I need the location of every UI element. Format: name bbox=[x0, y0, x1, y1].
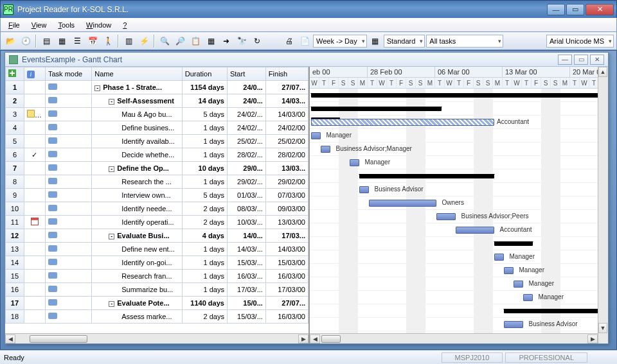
gantt-task-bar[interactable] bbox=[504, 267, 514, 274]
table-row[interactable]: 5Identify availab...1 days25/02/...25/02… bbox=[6, 135, 308, 148]
table-row[interactable]: 12-Evaluate Busi...4 days14/0...17/03... bbox=[6, 229, 308, 243]
gantt-task-bar[interactable] bbox=[321, 146, 330, 153]
table-row[interactable]: 10Identify neede...2 days08/03/...09/03/… bbox=[6, 202, 308, 216]
child-minimize-button[interactable]: — bbox=[558, 55, 572, 65]
table-row[interactable]: 6✓Decide whethe...1 days28/02/...28/02/0… bbox=[6, 148, 308, 162]
gantt-task-bar[interactable] bbox=[311, 119, 494, 126]
gantt-task-bar[interactable] bbox=[523, 294, 533, 301]
table-row[interactable]: 17-Evaluate Pote...1140 days15/0...27/07… bbox=[6, 297, 308, 310]
expand-toggle[interactable]: - bbox=[109, 99, 114, 105]
find-icon[interactable]: 🔭 bbox=[235, 34, 249, 48]
print-icon[interactable]: 🖨 bbox=[282, 34, 296, 48]
expand-toggle[interactable]: - bbox=[109, 166, 114, 172]
menu-help[interactable]: ? bbox=[118, 20, 132, 30]
table-row[interactable]: 9Interview own...5 days01/03/...07/03/00 bbox=[6, 189, 308, 202]
view3-icon[interactable]: ☰ bbox=[70, 34, 84, 48]
refresh-icon[interactable]: ↻ bbox=[250, 34, 264, 48]
menu-tools[interactable]: Tools bbox=[53, 20, 80, 30]
table-row[interactable]: 1-Phase 1 - Strate...1154 days24/0...27/… bbox=[6, 81, 308, 94]
resource-icon[interactable]: 🚶 bbox=[101, 34, 115, 48]
close-button[interactable]: ✕ bbox=[586, 4, 614, 15]
view1-icon[interactable]: ▤ bbox=[39, 34, 53, 48]
gscroll-down-icon[interactable]: ▼ bbox=[598, 323, 607, 333]
gantt-task-bar[interactable] bbox=[436, 213, 456, 220]
gantt-summary-bar[interactable] bbox=[311, 93, 608, 98]
add-row-header[interactable] bbox=[6, 67, 24, 81]
task-table[interactable]: i Task mode Name Duration Start Finish 1… bbox=[5, 67, 308, 324]
open-icon[interactable]: 📂 bbox=[3, 34, 17, 48]
gantt-timescale[interactable]: eb 0028 Feb 0006 Mar 0013 Mar 0020 Mar 0… bbox=[310, 67, 608, 89]
gantt-summary-bar[interactable] bbox=[359, 174, 494, 178]
filter-icon[interactable]: ▦ bbox=[368, 34, 382, 48]
table-row[interactable]: 2-Self-Assessment14 days24/0...14/03... bbox=[6, 94, 308, 108]
gantt-summary-bar[interactable] bbox=[311, 107, 442, 111]
table-row[interactable]: 13Define new ent...1 days14/03/...14/03/… bbox=[6, 243, 308, 256]
menu-view[interactable]: View bbox=[26, 20, 52, 30]
zoom-out-icon[interactable]: 🔎 bbox=[173, 34, 187, 48]
copy-icon[interactable]: 📋 bbox=[188, 34, 202, 48]
menu-file[interactable]: File bbox=[3, 20, 25, 30]
gantt-task-bar[interactable] bbox=[494, 254, 504, 261]
gantt-task-bar[interactable] bbox=[504, 321, 523, 328]
font-dropdown[interactable]: Arial Unicode MS bbox=[546, 35, 614, 48]
table-row[interactable]: 8Research the ...1 days29/02/...29/02/00 bbox=[6, 175, 308, 189]
goto-icon[interactable]: ➜ bbox=[219, 34, 233, 48]
child-maximize-button[interactable]: ▭ bbox=[574, 55, 588, 65]
calendar-icon[interactable]: 📅 bbox=[85, 34, 100, 48]
table-row[interactable]: 7-Define the Op...10 days29/0...13/03... bbox=[6, 162, 308, 175]
grid-icon[interactable]: ▦ bbox=[204, 34, 218, 48]
gantt-bar-label: Manager bbox=[519, 266, 544, 273]
col-start[interactable]: Start bbox=[227, 67, 265, 81]
gantt-task-bar[interactable] bbox=[311, 132, 321, 139]
minimize-button[interactable]: — bbox=[547, 4, 565, 15]
task-hscrollbar[interactable]: ◀ ▶ bbox=[5, 333, 308, 343]
task-mode-icon bbox=[48, 313, 57, 319]
scroll-left-icon[interactable]: ◀ bbox=[5, 334, 15, 343]
child-close-button[interactable]: ✕ bbox=[590, 55, 604, 65]
info-header[interactable]: i bbox=[24, 67, 45, 81]
tasks-filter-dropdown[interactable]: All tasks bbox=[426, 35, 503, 48]
table-row[interactable]: 18Assess marke...2 days15/03/...16/03/00 bbox=[6, 310, 308, 324]
columns-icon[interactable]: ▥ bbox=[121, 34, 136, 48]
maximize-button[interactable]: ▭ bbox=[566, 4, 584, 15]
gantt-bar-label: Accountant bbox=[500, 226, 532, 233]
menu-window[interactable]: Window bbox=[81, 20, 116, 30]
view2-icon[interactable]: ▦ bbox=[55, 34, 69, 48]
table-row[interactable]: 4Define busines...1 days24/02/...24/02/0… bbox=[6, 121, 308, 135]
table-row[interactable]: 11Identify operati...2 days10/03/...13/0… bbox=[6, 216, 308, 229]
scroll-right-icon[interactable]: ▶ bbox=[298, 334, 308, 343]
table-row[interactable]: 16Summarize bu...1 days17/03/...17/03/00 bbox=[6, 283, 308, 297]
gantt-summary-bar[interactable] bbox=[504, 309, 608, 313]
task-name: Research fran... bbox=[121, 272, 172, 280]
timescale-dropdown[interactable]: Week -> Day bbox=[313, 35, 367, 48]
gantt-summary-bar[interactable] bbox=[494, 241, 533, 246]
gscroll-right-icon[interactable]: ▶ bbox=[587, 334, 598, 343]
bolt-icon[interactable]: ⚡ bbox=[137, 34, 151, 48]
expand-toggle[interactable]: - bbox=[109, 234, 114, 239]
task-name: Identify on-goi... bbox=[121, 259, 172, 266]
gantt-task-bar[interactable] bbox=[359, 186, 369, 193]
col-name[interactable]: Name bbox=[92, 67, 182, 81]
table-row[interactable]: 14Identify on-goi...1 days15/03/...15/03… bbox=[6, 256, 308, 270]
recent-icon[interactable]: 🕘 bbox=[19, 34, 33, 48]
gantt-task-bar[interactable] bbox=[369, 200, 436, 207]
table-dropdown[interactable]: Standard bbox=[384, 35, 425, 48]
expand-toggle[interactable]: - bbox=[109, 301, 114, 307]
gscroll-left-icon[interactable]: ◀ bbox=[310, 334, 320, 343]
col-duration[interactable]: Duration bbox=[182, 67, 227, 81]
zoom-in-icon[interactable]: 🔍 bbox=[157, 34, 172, 48]
gantt-task-bar[interactable] bbox=[456, 227, 494, 234]
preview-icon[interactable]: 📄 bbox=[298, 34, 312, 48]
gantt-vscrollbar[interactable]: ▲ ▼ bbox=[598, 67, 608, 343]
gantt-hscrollbar[interactable]: ◀ ▶ bbox=[310, 333, 598, 343]
gantt-task-bar[interactable] bbox=[350, 159, 359, 166]
col-task-mode[interactable]: Task mode bbox=[45, 67, 91, 81]
table-row[interactable]: 3Mau & Ago bu...5 days24/02/...14/03/00 bbox=[6, 108, 308, 121]
gscroll-up-icon[interactable]: ▲ bbox=[598, 67, 607, 77]
gantt-body[interactable]: AccountantManagerBusiness Advisor;Manage… bbox=[310, 89, 608, 333]
gantt-bar-label: Accountant bbox=[497, 118, 529, 125]
col-finish[interactable]: Finish bbox=[265, 67, 308, 81]
gantt-task-bar[interactable] bbox=[514, 281, 523, 288]
expand-toggle[interactable]: - bbox=[94, 85, 100, 91]
table-row[interactable]: 15Research fran...1 days16/03/...16/03/0… bbox=[6, 270, 308, 283]
